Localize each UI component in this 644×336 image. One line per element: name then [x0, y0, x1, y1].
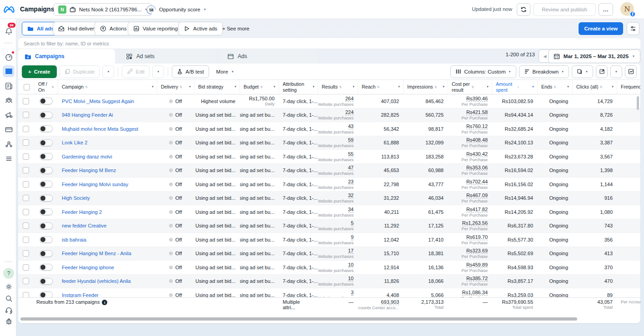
column-header-campaign[interactable]: Campaign↑↓▼: [58, 80, 157, 94]
duplicate-button[interactable]: Duplicate: [60, 65, 100, 78]
ads-manager-icon[interactable]: [3, 65, 15, 77]
campaign-name-link[interactable]: Mujhaid molvi fence Meta Suggest: [62, 126, 153, 132]
row-checkbox[interactable]: [23, 264, 29, 271]
row-checkbox[interactable]: [23, 139, 29, 146]
cost-per-result-value[interactable]: Rs1,086.34: [462, 290, 488, 296]
campaign-toggle[interactable]: [40, 139, 53, 146]
help-icon[interactable]: ?: [3, 268, 14, 279]
campaign-name-link[interactable]: Look Like 2: [62, 140, 153, 145]
ads-reporting-icon[interactable]: [4, 81, 14, 91]
table-row[interactable]: 948 Hanging Feeder AiOffUsing ad set bid…: [18, 109, 640, 123]
cost-per-result-value[interactable]: Rs467.09: [466, 193, 488, 198]
campaign-name-link[interactable]: Gardening daraz molvi: [62, 154, 153, 159]
breakdown-button[interactable]: Breakdown▼: [519, 65, 569, 78]
settings-gear-icon[interactable]: [4, 282, 14, 292]
all-tools-icon[interactable]: [4, 153, 14, 163]
row-checkbox[interactable]: [23, 195, 29, 201]
table-row[interactable]: High SocietyOffUsing ad set bid...Using …: [18, 192, 640, 206]
account-overview-icon[interactable]: [4, 52, 14, 62]
row-checkbox[interactable]: [23, 181, 29, 188]
cost-per-result-value[interactable]: Rs430.42: [466, 151, 488, 157]
results-value[interactable]: 10: [348, 262, 354, 268]
cost-per-result-value[interactable]: Rs459.89: [466, 262, 488, 268]
table-row[interactable]: Mujhaid molvi fence Meta SuggestOffUsing…: [18, 122, 640, 136]
export-button[interactable]: [596, 65, 608, 78]
notifications-icon[interactable]: 36: [4, 26, 14, 36]
column-header-ends[interactable]: Ends↑↓▼: [538, 80, 573, 94]
row-checkbox[interactable]: [23, 167, 29, 173]
cost-per-result-value[interactable]: Rs760.12: [466, 124, 488, 129]
tab-campaigns[interactable]: Campaigns: [18, 49, 115, 64]
campaign-toggle[interactable]: [40, 208, 53, 215]
campaign-toggle[interactable]: [40, 278, 53, 285]
create-a-view-button[interactable]: Create a view: [579, 22, 623, 35]
table-row[interactable]: Feeder Hanging 2OffUsing ad set bid...Us…: [18, 205, 640, 219]
column-header-results[interactable]: Results↑↓▼: [318, 80, 358, 94]
row-checkbox[interactable]: [23, 237, 29, 243]
events-manager-icon[interactable]: [4, 139, 14, 149]
row-checkbox[interactable]: [23, 153, 29, 160]
table-row[interactable]: feeder Hyundai (vehicles) AnilaOffUsing …: [18, 275, 640, 289]
row-checkbox[interactable]: [23, 126, 29, 132]
cost-per-result-value[interactable]: Rs385.72: [466, 276, 488, 282]
horizontal-scrollbar-thumb[interactable]: [20, 317, 577, 321]
results-value[interactable]: 59: [348, 137, 354, 143]
opportunity-score-menu[interactable]: 58 Opportunity score ▼: [146, 3, 206, 16]
results-value[interactable]: 43: [348, 124, 354, 129]
columns-button[interactable]: Columns: Custom▼: [450, 65, 516, 78]
table-row[interactable]: PVC Molvi _Meta Suggest AgainOffHighest …: [18, 94, 640, 109]
cost-per-result-value[interactable]: Rs421.58: [466, 109, 488, 115]
table-row[interactable]: new fedder CreativeOffUsing ad set bid..…: [18, 219, 640, 233]
campaign-toggle[interactable]: [40, 222, 53, 229]
view-settings-button[interactable]: [627, 22, 639, 35]
campaign-name-link[interactable]: PVC Molvi _Meta Suggest Again: [62, 99, 153, 104]
filter-chip-actions[interactable]: Actions: [95, 22, 132, 35]
results-value[interactable]: 17: [348, 248, 354, 254]
column-header-clicks[interactable]: Clicks (all)↑↓▼: [573, 80, 617, 94]
column-header-frequency[interactable]: Frequency: [617, 80, 640, 94]
campaign-toggle[interactable]: [40, 236, 53, 243]
campaign-name-link[interactable]: Feeder Hanging M Benz: [62, 168, 153, 173]
more-options-button[interactable]: ...: [599, 3, 613, 16]
export-dropdown-button[interactable]: ▼: [610, 65, 622, 78]
reports-button[interactable]: ▼: [572, 65, 593, 78]
campaign-name-link[interactable]: new fedder Creative: [62, 223, 153, 228]
column-header-amount-spent[interactable]: Amount spent↓▼: [492, 80, 538, 94]
info-icon[interactable]: i: [102, 300, 107, 305]
row-checkbox[interactable]: [23, 292, 29, 297]
edit-dropdown-button[interactable]: ▼: [152, 65, 164, 78]
table-row[interactable]: Gardening daraz molviOffUsing ad set bid…: [18, 150, 640, 164]
table-row[interactable]: isb bahraiaOffUsing ad set bid...Using a…: [18, 233, 640, 247]
column-header-impressions[interactable]: Impressions↑↓▼: [404, 80, 448, 94]
campaign-toggle[interactable]: [40, 125, 53, 132]
cost-per-result-value[interactable]: Rs1,263.56: [462, 220, 488, 226]
row-checkbox[interactable]: [23, 98, 29, 104]
results-value[interactable]: 224: [345, 109, 354, 115]
campaign-name-link[interactable]: Instgram Feeder: [62, 292, 153, 297]
campaign-toggle[interactable]: [40, 264, 53, 271]
cost-per-result-value[interactable]: Rs390.46: [466, 96, 488, 102]
results-value[interactable]: 3: [351, 290, 354, 296]
more-menu-button[interactable]: More▼: [212, 65, 239, 78]
column-header-delivery[interactable]: Delivery↑↓▼: [157, 80, 195, 94]
ab-test-button[interactable]: A/B test: [172, 65, 209, 78]
results-value[interactable]: 34: [348, 207, 354, 212]
tab-ads[interactable]: Ads: [221, 49, 318, 64]
table-row[interactable]: Feeder Hanging Molvi sundayOffUsing ad s…: [18, 178, 640, 192]
results-value[interactable]: 23: [348, 179, 354, 185]
column-header-cost-per-result[interactable]: Cost per result↑↓▼: [448, 80, 492, 94]
edit-button[interactable]: Edit: [122, 65, 150, 78]
charts-button[interactable]: [625, 65, 637, 78]
column-header-reach[interactable]: Reach↑↓▼: [358, 80, 404, 94]
table-row[interactable]: Instgram FeederOffUsing ad set bid...Usi…: [18, 288, 640, 297]
campaign-name-link[interactable]: Feeder Hanging Molvi sunday: [62, 182, 153, 187]
vertical-scrollbar[interactable]: [637, 96, 639, 110]
campaign-toggle[interactable]: [40, 181, 53, 188]
campaign-toggle[interactable]: [40, 98, 53, 104]
duplicate-dropdown-button[interactable]: ▼: [102, 65, 114, 78]
row-checkbox[interactable]: [23, 112, 29, 118]
campaign-toggle[interactable]: [40, 250, 53, 257]
tab-ad-sets[interactable]: Ad sets: [120, 49, 216, 64]
select-all-checkbox[interactable]: [24, 84, 30, 90]
search-input[interactable]: [24, 41, 635, 46]
